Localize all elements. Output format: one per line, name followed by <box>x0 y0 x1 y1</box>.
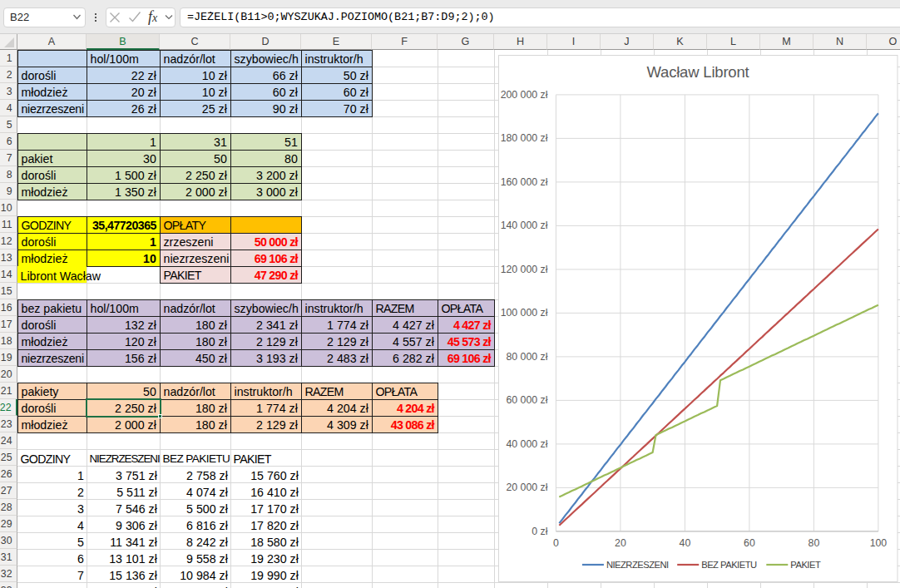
svg-text:Wacław Libront: Wacław Libront <box>647 63 749 81</box>
svg-text:PAKIET: PAKIET <box>790 560 821 570</box>
svg-text:200 000 zł: 200 000 zł <box>501 89 548 101</box>
svg-text:BEZ PAKIETU: BEZ PAKIETU <box>701 560 757 570</box>
svg-text:0 zł: 0 zł <box>532 526 547 537</box>
svg-text:60 000 zł: 60 000 zł <box>506 394 547 406</box>
svg-text:40: 40 <box>680 537 691 549</box>
svg-text:40 000 zł: 40 000 zł <box>506 438 547 450</box>
svg-text:80 000 zł: 80 000 zł <box>506 351 547 363</box>
svg-text:100 000 zł: 100 000 zł <box>501 307 548 319</box>
svg-text:80: 80 <box>809 537 820 549</box>
svg-text:160 000 zł: 160 000 zł <box>501 176 548 188</box>
svg-text:140 000 zł: 140 000 zł <box>501 220 548 231</box>
svg-text:20: 20 <box>615 537 626 549</box>
svg-text:100: 100 <box>870 537 888 549</box>
svg-text:20 000 zł: 20 000 zł <box>506 482 547 493</box>
svg-text:0: 0 <box>553 537 559 549</box>
svg-text:120 000 zł: 120 000 zł <box>501 264 548 275</box>
svg-text:180 000 zł: 180 000 zł <box>501 132 548 144</box>
svg-text:60: 60 <box>744 537 755 549</box>
svg-text:NIEZRZESZENI: NIEZRZESZENI <box>606 560 669 570</box>
